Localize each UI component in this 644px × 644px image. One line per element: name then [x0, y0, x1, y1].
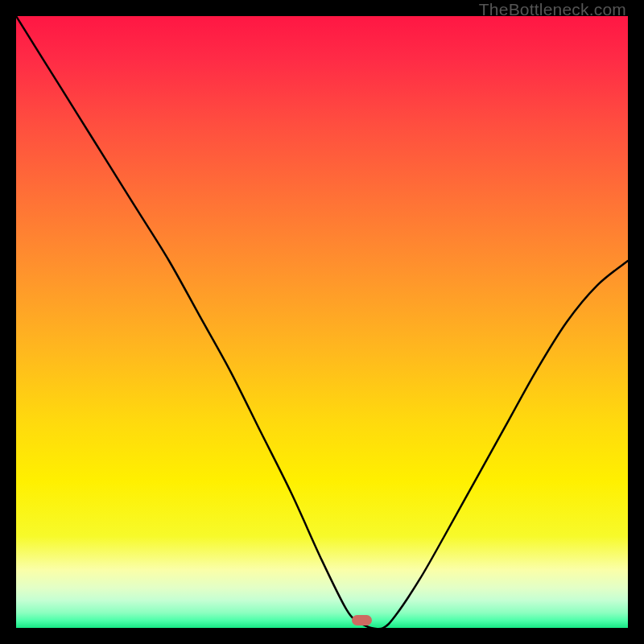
watermark-text: TheBottleneck.com — [479, 0, 626, 19]
bottleneck-curve — [16, 16, 628, 628]
minimum-marker — [352, 615, 372, 625]
chart-frame — [16, 16, 628, 628]
